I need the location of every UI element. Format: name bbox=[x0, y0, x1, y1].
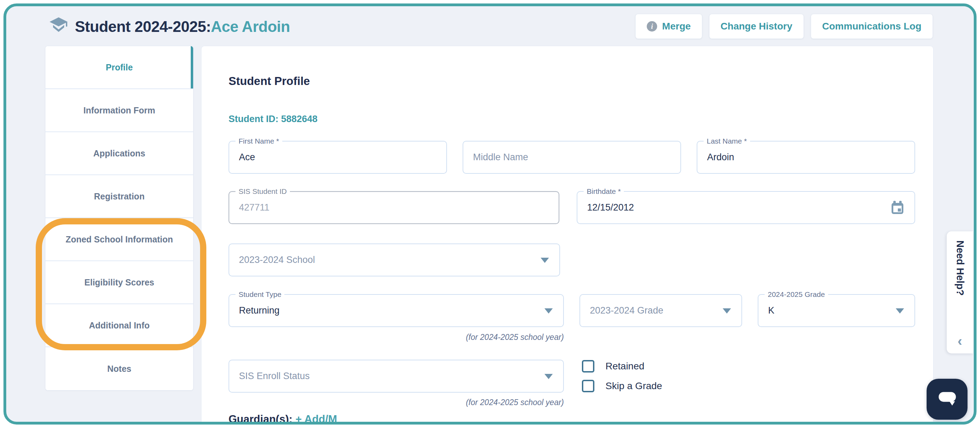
communications-log-button-label: Communications Log bbox=[822, 21, 921, 32]
first-name-label: First Name * bbox=[235, 137, 282, 146]
sis-enroll-status-placeholder: SIS Enroll Status bbox=[239, 371, 310, 382]
birthdate-label: Birthdate * bbox=[584, 187, 624, 196]
section-title: Student Profile bbox=[229, 75, 310, 88]
retained-checkbox-label: Retained bbox=[606, 361, 644, 372]
need-help-label: Need Help? bbox=[955, 240, 966, 296]
page-title-prefix: Student 2024-2025: bbox=[75, 18, 211, 35]
sidebar-item-eligibility-scores[interactable]: Eligibility Scores bbox=[45, 261, 193, 304]
app-frame: Student 2024-2025:Ace Ardoin i Merge Cha… bbox=[3, 3, 977, 425]
calendar-icon[interactable] bbox=[889, 200, 905, 216]
school-2023-2024-select[interactable]: 2023-2024 School bbox=[229, 243, 560, 277]
birthdate-field[interactable]: Birthdate * 12/15/2012 bbox=[577, 191, 915, 224]
skip-grade-checkbox-row[interactable]: Skip a Grade bbox=[582, 380, 662, 392]
sidebar-item-additional-info[interactable]: Additional Info bbox=[45, 304, 193, 347]
birthdate-value: 12/15/2012 bbox=[587, 202, 634, 213]
sidebar-item-information-form[interactable]: Information Form bbox=[45, 89, 193, 132]
retained-checkbox-row[interactable]: Retained bbox=[582, 360, 662, 372]
type-grade-row: Student Type Returning 2023-2024 Grade 2… bbox=[229, 294, 915, 327]
page-title: Student 2024-2025:Ace Ardoin bbox=[75, 18, 290, 35]
retained-checkbox[interactable] bbox=[582, 360, 594, 372]
header-actions: i Merge Change History Communications Lo… bbox=[635, 14, 933, 39]
chevron-down-icon bbox=[544, 308, 553, 313]
first-name-value: Ace bbox=[239, 152, 255, 163]
name-fields-row: First Name * Ace Middle Name Last Name *… bbox=[229, 141, 915, 174]
need-help-tab[interactable]: Need Help? ‹ bbox=[947, 231, 973, 353]
sidebar-item-registration[interactable]: Registration bbox=[45, 175, 193, 218]
sidebar-item-profile[interactable]: Profile bbox=[45, 46, 193, 89]
grade-2024-2025-label: 2024-2025 Grade bbox=[765, 290, 828, 299]
merge-button-label: Merge bbox=[662, 21, 690, 32]
id-fields-row: SIS Student ID 427711 Birthdate * 12/15/… bbox=[229, 191, 915, 224]
student-type-select[interactable]: Student Type Returning bbox=[229, 294, 564, 327]
skip-grade-checkbox[interactable] bbox=[582, 380, 594, 392]
page: Student 2024-2025:Ace Ardoin i Merge Cha… bbox=[0, 0, 980, 428]
last-name-value: Ardoin bbox=[707, 152, 734, 163]
student-type-value: Returning bbox=[239, 305, 280, 316]
chat-launcher-button[interactable] bbox=[927, 379, 967, 420]
sidebar-tabs: Profile Information Form Applications Re… bbox=[45, 46, 194, 391]
first-name-field[interactable]: First Name * Ace bbox=[229, 141, 447, 174]
sidebar-item-zoned-school-information[interactable]: Zoned School Information bbox=[45, 218, 193, 261]
page-title-student-name: Ace Ardoin bbox=[211, 18, 290, 35]
chat-bubble-icon bbox=[932, 383, 962, 415]
sis-student-id-label: SIS Student ID bbox=[235, 187, 290, 196]
merge-button[interactable]: i Merge bbox=[635, 14, 702, 39]
sis-student-id-field: SIS Student ID 427711 bbox=[229, 191, 559, 224]
last-name-field[interactable]: Last Name * Ardoin bbox=[697, 141, 915, 174]
chevron-down-icon bbox=[723, 308, 731, 313]
info-icon: i bbox=[647, 21, 657, 32]
chevron-down-icon bbox=[896, 308, 904, 313]
change-history-button-label: Change History bbox=[721, 21, 792, 32]
grade-2024-2025-value: K bbox=[768, 305, 774, 316]
middle-name-placeholder: Middle Name bbox=[473, 152, 528, 163]
sidebar-item-notes[interactable]: Notes bbox=[45, 347, 193, 390]
grade-2023-2024-placeholder: 2023-2024 Grade bbox=[590, 305, 663, 316]
student-profile-panel: Student Profile Student ID: 5882648 Firs… bbox=[201, 46, 934, 425]
school-2023-2024-placeholder: 2023-2024 School bbox=[239, 255, 315, 265]
chevron-down-icon bbox=[541, 258, 549, 263]
grade-2023-2024-select[interactable]: 2023-2024 Grade bbox=[579, 294, 742, 327]
grade-2024-2025-select[interactable]: 2024-2025 Grade K bbox=[758, 294, 915, 327]
skip-grade-checkbox-label: Skip a Grade bbox=[606, 380, 662, 391]
sis-student-id-value: 427711 bbox=[239, 202, 269, 213]
guardians-add-link[interactable]: + Add/M bbox=[296, 413, 337, 425]
student-id-text: Student ID: 5882648 bbox=[229, 114, 318, 124]
enroll-status-helper-text: (for 2024-2025 school year) bbox=[229, 398, 564, 407]
chevron-left-icon: ‹ bbox=[958, 334, 962, 348]
last-name-label: Last Name * bbox=[704, 137, 750, 146]
graduation-cap-icon bbox=[49, 16, 68, 36]
school-row: 2023-2024 School bbox=[229, 243, 560, 277]
student-type-label: Student Type bbox=[235, 290, 284, 299]
checkbox-group: Retained Skip a Grade bbox=[582, 360, 662, 392]
change-history-button[interactable]: Change History bbox=[709, 14, 804, 39]
enroll-status-row: SIS Enroll Status bbox=[229, 360, 564, 393]
communications-log-button[interactable]: Communications Log bbox=[811, 14, 933, 39]
sis-enroll-status-select[interactable]: SIS Enroll Status bbox=[229, 360, 564, 393]
guardians-section-heading: Guardian(s): + Add/M bbox=[229, 413, 337, 425]
guardians-label: Guardian(s): bbox=[229, 413, 292, 425]
chevron-down-icon bbox=[544, 374, 553, 379]
sidebar-item-applications[interactable]: Applications bbox=[45, 132, 193, 175]
student-type-helper-text: (for 2024-2025 school year) bbox=[229, 333, 564, 342]
middle-name-field[interactable]: Middle Name bbox=[463, 141, 681, 174]
